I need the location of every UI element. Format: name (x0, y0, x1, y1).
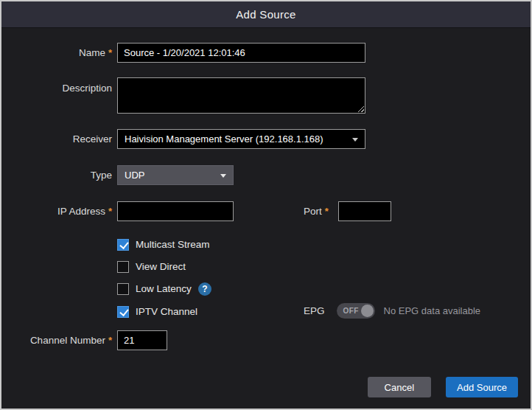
chevron-down-icon (220, 174, 226, 178)
description-label: Description (62, 83, 112, 94)
view-direct-label: View Direct (136, 261, 186, 272)
type-field-row: Type UDP (1, 165, 531, 185)
description-textarea[interactable] (117, 77, 365, 114)
channel-number-input[interactable] (117, 330, 167, 350)
epg-label: EPG (304, 305, 325, 316)
port-field-cluster: Port * (304, 201, 391, 221)
checkbox-icon[interactable] (117, 261, 129, 273)
description-field-row: Description (1, 77, 531, 114)
channel-number-label: Channel Number (30, 335, 105, 346)
cancel-button[interactable]: Cancel (368, 377, 431, 397)
chevron-down-icon (352, 138, 358, 142)
checkbox-icon[interactable] (117, 283, 129, 295)
name-label: Name (79, 47, 105, 58)
name-input[interactable] (117, 43, 365, 63)
name-label-cell: Name * (1, 47, 112, 58)
type-select[interactable]: UDP (117, 165, 234, 185)
low-latency-row: Low Latency ? (1, 282, 531, 296)
description-textarea-wrap (117, 77, 365, 114)
required-asterisk: * (108, 48, 112, 58)
epg-cluster: EPG OFF No EPG data available (304, 303, 480, 319)
checkbox-icon[interactable] (117, 306, 129, 318)
help-icon[interactable]: ? (198, 282, 211, 296)
multicast-stream-checkbox-row[interactable]: Multicast Stream (117, 239, 210, 251)
receiver-field-row: Receiver Haivision Management Server (19… (1, 129, 531, 149)
channel-number-label-cell: Channel Number * (1, 335, 112, 346)
required-asterisk: * (108, 336, 112, 345)
receiver-label-cell: Receiver (1, 133, 112, 145)
epg-status-message: No EPG data available (384, 305, 481, 316)
ip-address-label: IP Address (57, 206, 105, 217)
dialog-footer: Cancel Add Source (368, 377, 518, 397)
checkbox-icon[interactable] (117, 239, 129, 251)
receiver-label: Receiver (73, 133, 112, 145)
required-asterisk: * (325, 206, 329, 216)
add-source-dialog: Add Source Name * Description Receiver H… (0, 0, 532, 410)
toggle-state-label: OFF (343, 307, 359, 315)
type-label: Type (91, 170, 112, 181)
ip-port-field-row: IP Address * Port * (1, 201, 531, 221)
view-direct-checkbox-row[interactable]: View Direct (117, 261, 186, 273)
required-asterisk: * (108, 206, 112, 216)
port-label: Port (304, 206, 322, 217)
ip-address-input[interactable] (117, 201, 234, 221)
receiver-select[interactable]: Haivision Management Server (192.168.1.1… (117, 129, 365, 149)
epg-toggle[interactable]: OFF (337, 303, 375, 319)
description-label-cell: Description (1, 77, 112, 94)
iptv-epg-row: IPTV Channel EPG OFF No EPG data availab… (1, 305, 531, 319)
view-direct-row: View Direct (1, 260, 531, 274)
low-latency-label: Low Latency (136, 283, 192, 294)
ip-label-cell: IP Address * (1, 206, 112, 217)
port-input[interactable] (338, 201, 391, 221)
low-latency-checkbox-row[interactable]: Low Latency (117, 283, 192, 295)
iptv-channel-checkbox-row[interactable]: IPTV Channel (117, 306, 197, 318)
dialog-title: Add Source (236, 8, 295, 21)
add-source-button[interactable]: Add Source (446, 377, 518, 397)
multicast-row: Multicast Stream (1, 237, 531, 251)
receiver-select-value: Haivision Management Server (192.168.1.1… (118, 133, 340, 145)
multicast-stream-label: Multicast Stream (136, 239, 210, 250)
dialog-header: Add Source (1, 1, 531, 28)
type-select-value: UDP (118, 170, 161, 181)
iptv-channel-label: IPTV Channel (136, 306, 197, 317)
type-label-cell: Type (1, 170, 112, 181)
channel-number-field-row: Channel Number * (1, 330, 531, 350)
toggle-knob (361, 305, 374, 317)
name-field-row: Name * (1, 43, 531, 63)
